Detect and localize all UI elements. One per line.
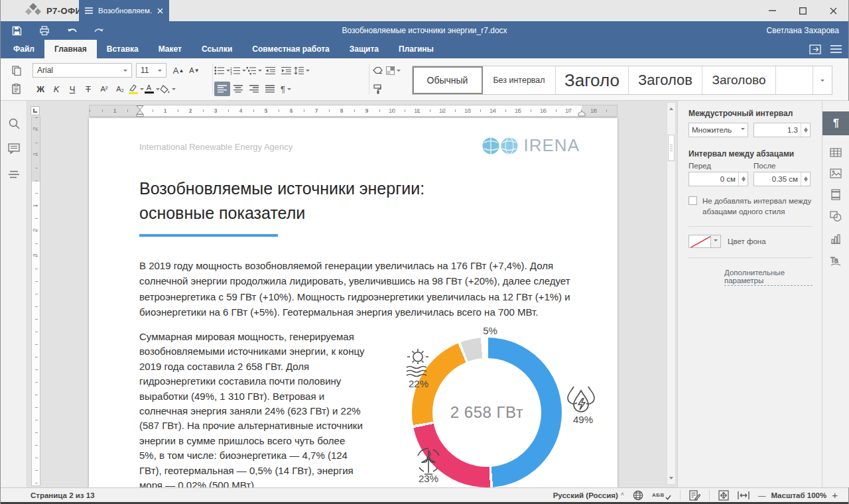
- menu-tab-file[interactable]: Файл: [3, 40, 44, 58]
- bullets-button[interactable]: [214, 63, 230, 78]
- font-color-button[interactable]: А: [144, 82, 160, 96]
- fit-page-icon[interactable]: [718, 490, 729, 501]
- fit-width-icon[interactable]: [738, 491, 750, 499]
- numbering-button[interactable]: 123: [230, 63, 246, 78]
- tab-close-icon[interactable]: [157, 8, 163, 14]
- navigation-icon[interactable]: [7, 168, 21, 181]
- menu-tab-home[interactable]: Главная: [44, 40, 97, 58]
- bg-color-picker[interactable]: [688, 235, 721, 248]
- nonprinting-chars-button[interactable]: ¶: [278, 82, 294, 96]
- zoom-out-button[interactable]: —: [758, 491, 766, 499]
- v-ruler[interactable]: 21123: [31, 117, 40, 486]
- menu-tab-references[interactable]: Ссылки: [192, 40, 242, 58]
- v-scrollbar[interactable]: [667, 102, 676, 485]
- font-name-value: Arial: [37, 66, 53, 75]
- style-normal[interactable]: Обычный: [413, 66, 483, 94]
- page-indicator[interactable]: Страница 2 из 13: [31, 491, 95, 499]
- close-button[interactable]: [818, 0, 848, 21]
- text-art-settings-icon[interactable]: Ta: [829, 254, 842, 267]
- shape-settings-icon[interactable]: [829, 210, 842, 223]
- spacing-before-spinner[interactable]: 0 см: [688, 172, 748, 186]
- no-spacing-same-style-checkbox[interactable]: [688, 196, 697, 205]
- align-right-button[interactable]: [246, 82, 262, 96]
- tab-selector[interactable]: [31, 106, 40, 115]
- open-file-location-icon[interactable]: [809, 44, 821, 54]
- shading-color-button[interactable]: [160, 82, 176, 96]
- superscript-button[interactable]: A²: [96, 82, 112, 96]
- document-tab[interactable]: Возобновляем...: [79, 0, 169, 21]
- subscript-button[interactable]: A₂: [112, 82, 128, 96]
- line-spacing-value-spinner[interactable]: 1.3: [753, 123, 811, 137]
- multilevel-list-button[interactable]: [246, 63, 262, 78]
- increase-indent-button[interactable]: [278, 63, 294, 78]
- document-page[interactable]: International Renewable Energy Agency IR…: [89, 118, 618, 487]
- advanced-settings-link[interactable]: Дополнительные параметры: [724, 269, 813, 286]
- clear-style-button[interactable]: [369, 63, 385, 78]
- font-name-select[interactable]: Arial: [33, 63, 132, 78]
- paste-button[interactable]: [9, 82, 25, 96]
- styles-gallery-expand[interactable]: [813, 66, 832, 94]
- track-changes-icon[interactable]: [689, 490, 700, 501]
- irena-logo: IRENA: [482, 135, 580, 156]
- menu-tab-insert[interactable]: Вставка: [97, 40, 149, 58]
- spacing-after-spinner[interactable]: 0.35 см: [753, 172, 811, 186]
- increase-font-button[interactable]: A▲: [170, 63, 186, 78]
- font-size-select[interactable]: 11: [136, 63, 166, 78]
- hamburger-menu-icon[interactable]: [830, 45, 842, 53]
- style-heading2[interactable]: Заголов: [629, 66, 702, 94]
- table-settings-icon[interactable]: [829, 146, 842, 159]
- before-label: Перед: [688, 162, 748, 170]
- scroll-up-arrow[interactable]: [667, 103, 675, 112]
- align-left-button[interactable]: [214, 82, 230, 96]
- document-language-icon[interactable]: [633, 490, 643, 501]
- user-name[interactable]: Светлана Захарова: [767, 26, 839, 35]
- bg-color-swatch[interactable]: [688, 235, 711, 248]
- style-empty-cell[interactable]: [776, 66, 813, 94]
- line-spacing-button[interactable]: [294, 63, 310, 78]
- irena-globes-icon: [482, 137, 520, 155]
- first-line-indent-marker[interactable]: [136, 105, 144, 117]
- style-no-spacing[interactable]: Без интервал: [483, 66, 556, 94]
- scroll-down-arrow[interactable]: [667, 475, 675, 484]
- image-settings-icon[interactable]: [829, 166, 842, 180]
- align-center-button[interactable]: [230, 82, 246, 96]
- bold-button[interactable]: Ж: [33, 82, 48, 96]
- style-heading1[interactable]: Заголо: [556, 66, 629, 94]
- zoom-level[interactable]: Масштаб 100%: [771, 491, 826, 499]
- menu-tab-layout[interactable]: Макет: [149, 40, 192, 58]
- tab-title: Возобновляем...: [98, 7, 152, 15]
- highlight-color-button[interactable]: [128, 82, 144, 96]
- menu-tab-collaboration[interactable]: Совместная работа: [242, 40, 339, 58]
- paragraph-settings-tab[interactable]: ¶: [822, 111, 849, 135]
- spellcheck-toggle[interactable]: АБВ: [652, 491, 671, 500]
- paragraph-spacing-label: Интервал между абзацами: [688, 149, 813, 158]
- zoom-controls: — Масштаб 100% +: [758, 489, 838, 501]
- chart-settings-icon[interactable]: [829, 232, 842, 245]
- strikeout-button[interactable]: Ŧ: [80, 82, 96, 96]
- search-icon[interactable]: [7, 117, 21, 130]
- comments-icon[interactable]: [7, 142, 21, 155]
- menu-tab-plugins[interactable]: Плагины: [389, 40, 444, 58]
- underline-button[interactable]: Ч: [64, 82, 80, 96]
- decrease-indent-button[interactable]: [262, 63, 278, 78]
- bg-color-label: Цвет фона: [728, 237, 766, 245]
- table-shading-button[interactable]: [385, 63, 401, 78]
- formatting-toolbar: Arial 11 A▲ A▼ Ж K Ч Ŧ A² A₂: [1, 58, 848, 101]
- donut-ring: 2 658 ГВт: [412, 338, 562, 487]
- italic-button[interactable]: K: [48, 82, 64, 96]
- minimize-button[interactable]: [757, 0, 787, 21]
- zoom-in-button[interactable]: +: [832, 489, 838, 501]
- h-ruler[interactable]: 1234567891011121314151617181: [89, 105, 618, 117]
- copy-button[interactable]: [9, 63, 25, 78]
- scrollbar-thumb[interactable]: [668, 135, 675, 161]
- maximize-button[interactable]: [787, 0, 818, 21]
- format-painter-button[interactable]: [369, 82, 385, 96]
- line-spacing-select[interactable]: Множитель: [688, 123, 748, 137]
- language-selector[interactable]: Русский (Россия)˄: [553, 491, 624, 499]
- style-heading3[interactable]: Заголово: [702, 66, 776, 94]
- right-indent-marker[interactable]: [578, 111, 586, 117]
- headers-footers-settings-icon[interactable]: [829, 188, 842, 201]
- align-justify-button[interactable]: [262, 82, 278, 96]
- menu-tab-protection[interactable]: Защита: [340, 40, 389, 58]
- decrease-font-button[interactable]: A▼: [186, 63, 202, 78]
